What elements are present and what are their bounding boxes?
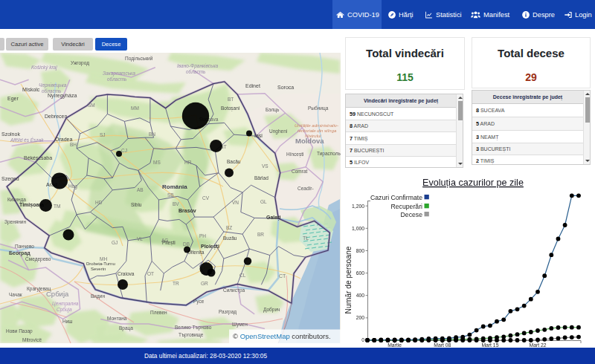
svg-text:Шумен: Шумен (232, 322, 248, 328)
svg-text:VS: VS (262, 163, 268, 169)
svg-text:TL: TL (303, 235, 309, 241)
svg-text:Alföld és Észak: Alföld és Észak (10, 137, 44, 143)
svg-text:Szolnok: Szolnok (1, 131, 20, 137)
svg-text:AB: AB (137, 187, 144, 192)
svg-text:Панчево: Панчево (15, 244, 34, 249)
svg-text:OT: OT (147, 271, 154, 276)
svg-text:Бэлць: Бэлць (266, 107, 280, 113)
svg-text:© OpenStreetMap contributors.: © OpenStreetMap contributors. (233, 332, 331, 340)
svg-text:Debrecen: Debrecen (45, 114, 67, 119)
svg-text:Ungheni: Ungheni (269, 129, 287, 134)
svg-text:Крагујевац: Крагујевац (27, 286, 51, 292)
svg-text:Разград: Разград (219, 309, 237, 315)
svg-text:Košický kraj: Košický kraj (31, 65, 57, 71)
svg-text:Bârlad: Bârlad (254, 175, 268, 181)
svg-text:Unitățile administrativ-: Unitățile administrativ- (295, 123, 338, 128)
svg-text:область: область (186, 69, 206, 74)
svg-text:Mitrovicë: Mitrovicë (22, 337, 42, 342)
svg-text:teritoriale din stînga: teritoriale din stînga (298, 129, 337, 133)
svg-text:VN: VN (232, 200, 239, 205)
svg-text:Ниш: Ниш (62, 319, 73, 324)
svg-text:600: 600 (356, 270, 365, 276)
svg-text:Mart 22: Mart 22 (529, 342, 546, 348)
svg-text:Număr de persoane: Număr de persoane (344, 246, 353, 313)
svg-text:Ужгород: Ужгород (71, 60, 89, 66)
svg-text:Martie: Martie (387, 342, 402, 348)
svg-text:TM: TM (54, 204, 60, 209)
svg-text:GJ: GJ (112, 240, 118, 245)
svg-text:MH: MH (100, 256, 107, 261)
svg-text:PH: PH (199, 233, 206, 238)
svg-text:Рыбница: Рыбница (308, 105, 329, 111)
svg-text:Ploiești: Ploiești (201, 244, 219, 250)
svg-text:Чачак: Чачак (9, 292, 22, 297)
svg-text:1,200: 1,200 (352, 204, 364, 209)
svg-text:Bacău: Bacău (227, 159, 241, 164)
svg-text:Cazuri Confirmate: Cazuri Confirmate (370, 194, 422, 201)
svg-text:SJ: SJ (100, 132, 106, 137)
svg-text:TR: TR (173, 281, 179, 286)
svg-text:Mart 08: Mart 08 (434, 342, 451, 348)
svg-text:Craiova: Craiova (118, 271, 135, 276)
svg-text:Видин: Видин (91, 293, 105, 299)
svg-text:Iași: Iași (254, 133, 263, 139)
svg-text:SM: SM (88, 103, 95, 108)
svg-text:HD: HD (95, 200, 103, 205)
svg-text:Recuperări: Recuperări (391, 203, 423, 210)
svg-text:Hug: Hug (68, 183, 77, 189)
svg-text:GR: GR (201, 281, 208, 286)
svg-text:BR: BR (257, 232, 264, 237)
svg-text:Добрич: Добрич (263, 307, 280, 313)
svg-text:область: область (107, 77, 127, 82)
svg-text:Békéscsaba: Békéscsaba (24, 155, 52, 160)
svg-text:Hîncești: Hîncești (286, 152, 303, 157)
svg-text:Evoluția cazurilor pe zile: Evoluția cazurilor pe zile (422, 178, 524, 188)
svg-text:Централна: Централна (52, 301, 79, 307)
svg-text:Ceadîr-: Ceadîr- (298, 186, 314, 191)
svg-text:VL: VL (137, 236, 143, 241)
svg-text:Miskolc: Miskolc (22, 87, 40, 92)
svg-text:Силистра: Силистра (223, 287, 245, 293)
svg-text:Edinet: Edinet (245, 83, 260, 88)
svg-text:Soroca: Soroca (277, 85, 294, 90)
svg-text:Търговище: Търговище (178, 332, 204, 338)
svg-text:HR: HR (184, 160, 192, 165)
svg-text:Botoșani: Botoșani (221, 105, 239, 111)
svg-text:Comrat: Comrat (292, 169, 308, 174)
svg-text:DB: DB (183, 241, 190, 247)
svg-text:Івано-Франківська: Івано-Франківська (177, 63, 219, 69)
svg-text:MS: MS (153, 160, 161, 165)
svg-text:BT: BT (228, 97, 234, 102)
svg-text:Закарпатська: Закарпатська (103, 71, 135, 77)
svg-text:SB: SB (167, 192, 174, 198)
svg-text:Eger: Eger (7, 96, 19, 102)
svg-text:Чернівецька: Чернівецька (39, 82, 67, 88)
svg-text:Нови Пазар: Нови Пазар (6, 328, 33, 334)
svg-text:România: România (162, 183, 187, 190)
svg-text:Враца: Враца (119, 325, 133, 331)
svg-text:Buzău: Buzău (223, 235, 237, 241)
svg-text:Русе: Русе (193, 299, 205, 305)
svg-text:Sibiu: Sibiu (131, 202, 142, 207)
svg-text:Pitești: Pitești (162, 240, 176, 246)
svg-text:CJ: CJ (121, 148, 127, 153)
svg-text:GL: GL (260, 199, 267, 204)
svg-text:BN: BN (149, 131, 155, 137)
svg-text:0: 0 (361, 337, 364, 342)
svg-text:Велико Търново: Велико Търново (175, 325, 212, 331)
svg-text:BZ: BZ (226, 225, 232, 230)
svg-text:BH: BH (70, 142, 77, 147)
svg-text:CV: CV (202, 195, 210, 201)
svg-text:Тирасполь: Тирасполь (317, 151, 341, 157)
svg-text:Београд: Београд (9, 250, 30, 256)
svg-text:Oradea: Oradea (55, 137, 72, 142)
svg-text:Плевен: Плевен (150, 310, 167, 315)
svg-text:Decese: Decese (401, 211, 423, 218)
svg-text:Кикинда: Кикинда (7, 197, 26, 203)
svg-text:Drobeta-Turnu: Drobeta-Turnu (86, 261, 115, 266)
svg-text:Moldova: Moldova (295, 137, 324, 145)
svg-text:200: 200 (356, 315, 365, 320)
svg-text:Galați: Galați (266, 215, 281, 221)
svg-text:Nyíregyháza: Nyíregyháza (48, 93, 77, 99)
svg-text:Brasov: Brasov (178, 208, 196, 213)
